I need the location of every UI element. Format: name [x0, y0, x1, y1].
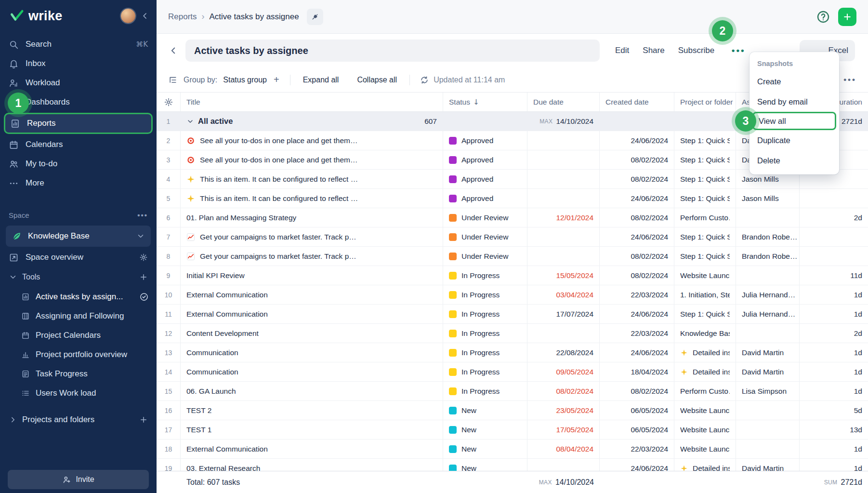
- status-cell[interactable]: Approved: [443, 170, 527, 188]
- due-date-cell[interactable]: 03/04/2024: [527, 285, 600, 304]
- assignee-cell[interactable]: Julia Hernand…: [736, 285, 800, 304]
- sidebar-item-workload[interactable]: Workload: [0, 73, 157, 93]
- task-title-cell[interactable]: External Communication: [181, 305, 443, 323]
- assignee-cell[interactable]: David Martin: [736, 459, 800, 471]
- task-title-cell[interactable]: Initial KPI Review: [181, 266, 443, 285]
- gear-icon[interactable]: [139, 253, 148, 262]
- column-header-due-date[interactable]: Due date: [527, 93, 600, 111]
- project-cell[interactable]: Step 1: Quick S…: [674, 131, 736, 150]
- assignee-cell[interactable]: Lisa Simpson: [736, 382, 800, 400]
- status-cell[interactable]: Under Review: [443, 227, 527, 246]
- space-selector[interactable]: Knowledge Base: [6, 226, 151, 247]
- table-row[interactable]: 12 Content Development In Progress 22/03…: [157, 324, 868, 343]
- assignee-cell[interactable]: David Martin: [736, 362, 800, 381]
- table-row[interactable]: 8 Get your campaigns to market faster. T…: [157, 247, 868, 266]
- pin-button[interactable]: [307, 9, 323, 25]
- report-title-input[interactable]: Active tasks by assignee: [185, 40, 600, 62]
- status-cell[interactable]: In Progress: [443, 285, 527, 304]
- due-date-cell[interactable]: [527, 150, 600, 169]
- due-date-cell[interactable]: [527, 170, 600, 188]
- sidebar-tool-assigning[interactable]: Assigning and Following: [0, 306, 157, 326]
- task-title-cell[interactable]: External Communication: [181, 285, 443, 304]
- table-row[interactable]: 10 External Communication In Progress 03…: [157, 285, 868, 305]
- status-cell[interactable]: Approved: [443, 131, 527, 150]
- status-cell[interactable]: New: [443, 440, 527, 458]
- sidebar-item-projects-folders[interactable]: Projects and folders: [0, 410, 157, 430]
- task-title-cell[interactable]: TEST 1: [181, 420, 443, 439]
- status-cell[interactable]: In Progress: [443, 305, 527, 323]
- project-cell[interactable]: Website Launch…: [674, 440, 736, 458]
- table-row[interactable]: 11 External Communication In Progress 17…: [157, 305, 868, 324]
- task-title-cell[interactable]: 06. GA Launch: [181, 382, 443, 400]
- project-cell[interactable]: Step 1: Quick S…: [674, 227, 736, 246]
- task-title-cell[interactable]: This is an item. It can be configured to…: [181, 189, 443, 208]
- task-title-cell[interactable]: This is an item. It can be configured to…: [181, 170, 443, 188]
- project-cell[interactable]: Step 1: Quick S…: [674, 189, 736, 208]
- status-cell[interactable]: Under Review: [443, 247, 527, 266]
- collapse-all-button[interactable]: Collapse all: [354, 75, 400, 85]
- status-cell[interactable]: New: [443, 459, 527, 471]
- column-header-title[interactable]: Title: [181, 93, 443, 111]
- share-button[interactable]: Share: [642, 43, 665, 58]
- due-date-cell[interactable]: 08/02/2024: [527, 382, 600, 400]
- due-date-cell[interactable]: [527, 247, 600, 266]
- assignee-cell[interactable]: [736, 266, 800, 285]
- sidebar-item-space-overview[interactable]: Space overview: [0, 248, 157, 267]
- assignee-cell[interactable]: Jason Mills: [736, 189, 800, 208]
- add-button[interactable]: [838, 8, 856, 26]
- task-title-cell[interactable]: See all your to-dos in one place and get…: [181, 150, 443, 169]
- table-row[interactable]: 14 Communication In Progress 09/05/2024 …: [157, 362, 868, 382]
- sidebar-tool-project-calendars[interactable]: Project Calendars: [0, 326, 157, 345]
- status-cell[interactable]: New: [443, 401, 527, 420]
- assignee-cell[interactable]: [736, 208, 800, 227]
- assignee-cell[interactable]: Brandon Robe…: [736, 247, 800, 266]
- table-row[interactable]: 5 This is an item. It can be configured …: [157, 189, 868, 208]
- help-icon[interactable]: [816, 10, 830, 24]
- sidebar-item-my-todo[interactable]: My to-do: [0, 154, 157, 173]
- due-date-cell[interactable]: [527, 189, 600, 208]
- project-cell[interactable]: Website Launch: [674, 266, 736, 285]
- table-row[interactable]: 6 01. Plan and Messaging Strategy Under …: [157, 208, 868, 227]
- project-cell[interactable]: Detailed ins…: [674, 343, 736, 362]
- task-title-cell[interactable]: External Communication: [181, 440, 443, 458]
- project-cell[interactable]: Step 1: Quick S…: [674, 170, 736, 188]
- due-date-cell[interactable]: 17/05/2024: [527, 420, 600, 439]
- plus-icon[interactable]: [139, 415, 148, 424]
- table-more-icon[interactable]: •••: [843, 75, 856, 85]
- project-cell[interactable]: Perform Custo…: [674, 208, 736, 227]
- column-header-created-date[interactable]: Created date: [600, 93, 674, 111]
- project-cell[interactable]: Detailed ins…: [674, 459, 736, 471]
- menu-item-view-all[interactable]: View all: [752, 112, 836, 130]
- project-cell[interactable]: Step 1: Quick S…: [674, 247, 736, 266]
- table-row[interactable]: 16 TEST 2 New 23/05/2024 06/05/2024: [157, 401, 868, 420]
- assignee-cell[interactable]: [736, 440, 800, 458]
- status-cell[interactable]: In Progress: [443, 266, 527, 285]
- sidebar-collapse-icon[interactable]: [140, 11, 150, 21]
- status-cell[interactable]: New: [443, 420, 527, 439]
- assignee-cell[interactable]: Brandon Robe…: [736, 227, 800, 246]
- menu-item-send-by-email[interactable]: Send by email: [750, 92, 839, 112]
- due-date-cell[interactable]: 17/07/2024: [527, 305, 600, 323]
- assignee-cell[interactable]: David Martin: [736, 343, 800, 362]
- due-date-cell[interactable]: 23/05/2024: [527, 401, 600, 420]
- project-cell[interactable]: Website Launch: [674, 420, 736, 439]
- group-by-value[interactable]: Status group: [223, 76, 267, 84]
- assignee-cell[interactable]: [736, 324, 800, 343]
- due-date-cell[interactable]: 09/05/2024: [527, 362, 600, 381]
- project-cell[interactable]: 1. Initiation, Ste…: [674, 285, 736, 304]
- project-cell[interactable]: Website Launch: [674, 401, 736, 420]
- avatar[interactable]: [121, 9, 135, 23]
- sidebar-tool-active-tasks[interactable]: Active tasks by assign...: [0, 287, 157, 306]
- sidebar-tool-task-progress[interactable]: Task Progress: [0, 364, 157, 384]
- task-title-cell[interactable]: 01. Plan and Messaging Strategy: [181, 208, 443, 227]
- table-row[interactable]: 19 03. External Research New 24/06/2024: [157, 459, 868, 471]
- sidebar-item-reports[interactable]: Reports: [4, 113, 153, 134]
- wrike-logo[interactable]: wrike: [10, 9, 63, 24]
- due-date-cell[interactable]: [527, 227, 600, 246]
- due-date-cell[interactable]: [527, 324, 600, 343]
- status-cell[interactable]: In Progress: [443, 382, 527, 400]
- column-settings-header[interactable]: [157, 93, 181, 111]
- table-row[interactable]: 17 TEST 1 New 17/05/2024 06/05/2024: [157, 420, 868, 440]
- column-header-status[interactable]: Status↓: [443, 93, 527, 111]
- assignee-cell[interactable]: [736, 401, 800, 420]
